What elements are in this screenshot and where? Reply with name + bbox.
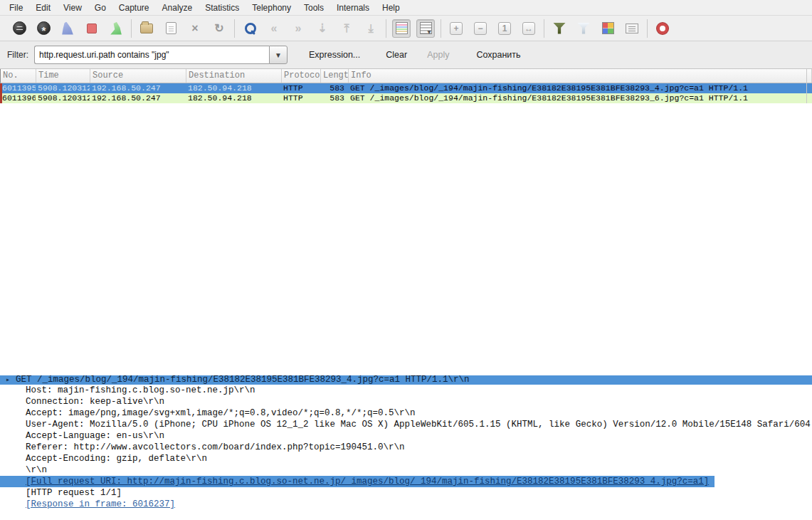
go-back-button[interactable]: «: [265, 19, 283, 38]
preferences-button[interactable]: [623, 19, 641, 38]
close-file-icon: ×: [191, 23, 198, 34]
packet-cell-info: GET /_images/blog/_194/majin-fishing/E38…: [348, 83, 812, 93]
packet-cell-destination: 182.50.94.218: [186, 93, 281, 103]
reload-icon: ↻: [214, 23, 223, 34]
toolbar-group: [544, 19, 647, 38]
coloring-rules-button[interactable]: [599, 19, 617, 38]
zoom-out-button[interactable]: −: [471, 19, 490, 38]
packet-row[interactable]: 60113965908.120312192.168.50.247182.50.9…: [0, 93, 812, 103]
column-header-source[interactable]: Source: [90, 69, 186, 83]
toolbar-group: ×↻: [132, 19, 234, 38]
menu-internals[interactable]: Internals: [330, 1, 376, 15]
restart-capture-button[interactable]: [107, 19, 125, 38]
display-filter-button[interactable]: [574, 19, 593, 38]
go-to-packet-button[interactable]: ⇣: [313, 19, 332, 38]
close-file-button[interactable]: ×: [186, 19, 204, 38]
zoom-in-button[interactable]: +: [447, 19, 465, 38]
autoscroll-button[interactable]: [416, 19, 435, 38]
filter-label: Filter:: [7, 50, 28, 60]
detail-line[interactable]: Accept: image/png,image/svg+xml,image/*;…: [0, 407, 812, 419]
menu-edit[interactable]: Edit: [29, 1, 57, 15]
detail-line[interactable]: Host: majin-fishing.c.blog.so-net.ne.jp\…: [0, 385, 812, 396]
packet-cell-time: 5908.120312: [36, 93, 90, 103]
go-to-top-icon: ⤒: [344, 23, 349, 34]
menu-file[interactable]: File: [3, 1, 29, 15]
column-header-no[interactable]: No.: [1, 69, 36, 83]
capture-filter-button[interactable]: [550, 19, 569, 38]
open-file-icon: [140, 24, 153, 33]
go-back-icon: «: [271, 23, 278, 34]
detail-line-text: Accept-Language: en-us\r\n: [26, 431, 164, 441]
detail-line[interactable]: Accept-Language: en-us\r\n: [0, 430, 812, 442]
find-packet-icon: [243, 21, 257, 36]
find-packet-button[interactable]: [241, 19, 259, 38]
column-header-info[interactable]: Info: [349, 69, 812, 83]
go-to-packet-icon: ⇣: [317, 23, 327, 34]
packet-list-pane: No.TimeSourceDestinationProtocolLengthIn…: [0, 69, 812, 375]
detail-line-full-request-uri[interactable]: [Full request URI: http://majin-fishing.…: [0, 476, 715, 487]
detail-line-text: Host: majin-fishing.c.blog.so-net.ne.jp\…: [26, 385, 255, 395]
packet-cell-time: 5908.120312: [36, 83, 90, 93]
help-icon: [657, 23, 668, 34]
menu-telephony[interactable]: Telephony: [246, 1, 297, 15]
stop-capture-icon: [87, 24, 97, 33]
menu-view[interactable]: View: [57, 1, 88, 15]
colorize-icon: [396, 22, 408, 34]
detail-line-text: Accept-Encoding: gzip, deflate\r\n: [26, 454, 207, 464]
detail-line[interactable]: Connection: keep-alive\r\n: [0, 396, 812, 407]
menu-tools[interactable]: Tools: [297, 1, 330, 15]
clear-button[interactable]: Clear: [380, 46, 413, 63]
column-header-time[interactable]: Time: [36, 69, 90, 83]
packet-row[interactable]: 60113955908.120312192.168.50.247182.50.9…: [0, 83, 812, 93]
menu-statistics[interactable]: Statistics: [199, 1, 246, 15]
reload-button[interactable]: ↻: [210, 19, 228, 38]
chevron-down-icon: ▼: [275, 51, 282, 59]
detail-line-text: Accept: image/png,image/svg+xml,image/*;…: [26, 408, 416, 418]
preferences-icon: [626, 24, 638, 33]
filter-input[interactable]: [34, 46, 269, 64]
colorize-button[interactable]: [392, 19, 411, 38]
detail-line-text: User-Agent: Mozilla/5.0 (iPhone; CPU iPh…: [26, 420, 812, 430]
packet-cell-source: 192.168.50.247: [90, 93, 186, 103]
zoom-out-icon: −: [474, 22, 487, 35]
menu-bar: FileEditViewGoCaptureAnalyzeStatisticsTe…: [0, 0, 812, 16]
start-capture-button[interactable]: [58, 19, 77, 38]
detail-line[interactable]: User-Agent: Mozilla/5.0 (iPhone; CPU iPh…: [0, 419, 812, 430]
column-header-destination[interactable]: Destination: [186, 69, 282, 83]
filter-history-dropdown[interactable]: ▼: [269, 46, 288, 64]
detail-line[interactable]: Referer: http://www.avcollectors.com/boa…: [0, 442, 812, 453]
detail-line[interactable]: \r\n: [0, 464, 812, 476]
save-file-button[interactable]: [162, 19, 180, 38]
menu-go[interactable]: Go: [88, 1, 112, 15]
detail-line-request[interactable]: ▸GET /_images/blog/_194/majin-fishing/E3…: [0, 375, 812, 385]
packet-cell-protocol: HTTP: [281, 83, 320, 93]
go-forward-button[interactable]: »: [289, 19, 307, 38]
detail-line[interactable]: [HTTP request 1/1]: [0, 487, 812, 499]
menu-analyze[interactable]: Analyze: [156, 1, 199, 15]
resize-columns-icon: ↔: [522, 22, 535, 35]
expression-button[interactable]: Expression...: [303, 46, 366, 63]
open-file-button[interactable]: [137, 19, 156, 38]
help-button[interactable]: [653, 19, 672, 38]
detail-line-text: [Full request URI: http://majin-fishing.…: [26, 477, 709, 487]
resize-columns-button[interactable]: ↔: [520, 19, 538, 38]
menu-help[interactable]: Help: [376, 1, 406, 15]
column-header-length[interactable]: Length: [321, 69, 349, 83]
menu-capture[interactable]: Capture: [112, 1, 156, 15]
go-to-bottom-button[interactable]: ⤓: [362, 19, 380, 38]
apply-button[interactable]: Apply: [421, 46, 455, 63]
zoom-100-button[interactable]: 1: [495, 19, 514, 38]
list-interfaces-button[interactable]: [10, 19, 28, 38]
capture-options-button[interactable]: [34, 19, 53, 38]
go-forward-icon: »: [295, 23, 302, 34]
packet-bytes-pane[interactable]: 0000 88 01 30 00 00 15 6d 9a 26 c0 6c 8d…: [0, 511, 812, 520]
packet-cell-no: 6011396: [0, 93, 36, 103]
column-header-protocol[interactable]: Protocol: [282, 69, 321, 83]
save-filter-button[interactable]: Сохранить: [470, 46, 526, 63]
stop-capture-button[interactable]: [83, 19, 101, 38]
expander-triangle-icon[interactable]: ▸: [6, 375, 16, 386]
go-to-top-button[interactable]: ⤒: [337, 19, 356, 38]
detail-line[interactable]: Accept-Encoding: gzip, deflate\r\n: [0, 453, 812, 464]
capture-options-icon: [37, 21, 51, 35]
detail-line-response-frame-link[interactable]: [Response in frame: 6016237]: [0, 499, 812, 510]
